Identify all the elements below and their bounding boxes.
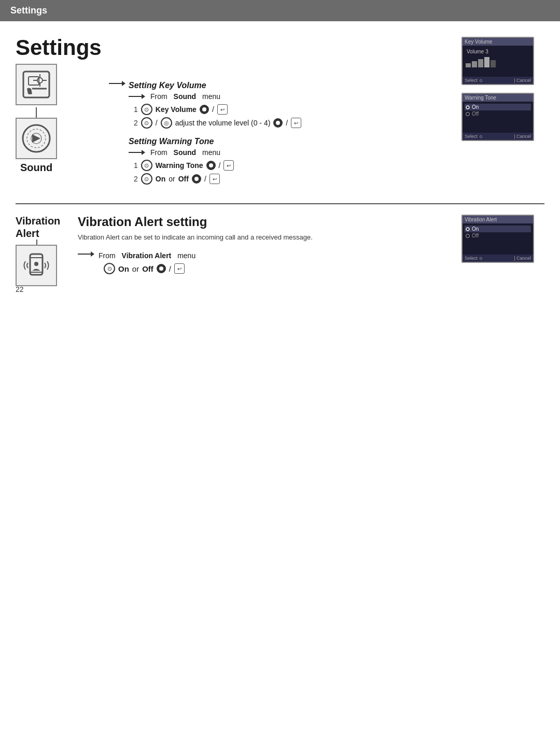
radio-va-off	[466, 234, 470, 238]
vibration-description: Vibration Alert can be set to indicate a…	[78, 233, 461, 241]
volume-bar-2	[472, 61, 477, 67]
vibration-on-label: On	[118, 264, 129, 273]
radio-va-on	[466, 227, 470, 231]
sound-instructions-area: Setting Key Volume From Sound menu 1 ⊙ K…	[109, 37, 461, 193]
vibration-screen-area: Vibration Alert On Off Select ⊙ |	[461, 215, 544, 288]
vibration-off-text: Off	[472, 233, 479, 238]
vibration-arrow	[78, 251, 94, 257]
back-icon-kv2: ↩	[291, 118, 301, 128]
nav-icon-wt2: ⊙	[141, 173, 152, 185]
key-volume-step2: 2 ⊙ / ◎ adjust the volume level (0 - 4) …	[134, 117, 461, 129]
key-volume-arrow	[129, 94, 145, 99]
vibration-alert-screen: Vibration Alert On Off Select ⊙ |	[461, 215, 534, 263]
sound-section-label: Sound	[20, 161, 52, 174]
svg-marker-11	[32, 134, 40, 143]
volume-bar-5	[491, 60, 496, 67]
vibration-screen-title: Vibration Alert	[463, 216, 533, 223]
va-select-label: Select ⊙	[465, 256, 483, 261]
volume-label: Volume 3	[465, 48, 531, 55]
vibration-step: ⊙ On or Off / ↩	[99, 263, 195, 274]
top-section: Settings	[16, 37, 544, 193]
vibration-on-text: On	[472, 226, 479, 232]
phone-screens-area: Key Volume Volume 3 Select ⊙ | Cancel	[461, 37, 544, 193]
sound-instruction-blocks: Setting Key Volume From Sound menu 1 ⊙ K…	[129, 81, 461, 193]
nav-icon-kv2a: ⊙	[141, 117, 152, 129]
volume-bar-4	[484, 57, 489, 67]
warning-tone-step1-label: Warning Tone	[156, 161, 203, 170]
wt-cancel-label: | Cancel	[514, 134, 531, 139]
select-btn-kv2	[273, 118, 283, 128]
key-volume-block: Setting Key Volume From Sound menu 1 ⊙ K…	[129, 81, 461, 129]
select-btn-wt1	[206, 161, 216, 170]
warning-tone-screen-title: Warning Tone	[463, 94, 533, 102]
warning-tone-screen-footer: Select ⊙ | Cancel	[463, 133, 533, 140]
warning-tone-step1: 1 ⊙ Warning Tone / ↩	[134, 160, 461, 171]
header-bar: Settings	[0, 0, 560, 21]
key-volume-step1-label: Key Volume	[156, 105, 197, 114]
key-volume-screen-title: Key Volume	[463, 38, 533, 46]
radio-on	[466, 105, 470, 109]
key-volume-from-menu: From Sound menu	[129, 92, 461, 101]
back-icon-kv1: ↩	[217, 104, 228, 115]
back-icon-wt2: ↩	[209, 174, 220, 184]
sound-icon	[21, 123, 52, 154]
from-text-va: From	[99, 251, 116, 260]
warning-tone-on-text: On	[472, 104, 479, 110]
warning-tone-off-label: Off	[178, 175, 189, 183]
settings-icon	[21, 69, 52, 100]
settings-icon-area: Sound	[16, 64, 57, 174]
warning-tone-on-label: On	[156, 175, 165, 183]
warning-tone-from-menu: From Sound menu	[129, 148, 461, 157]
select-btn-wt2	[192, 174, 201, 184]
back-icon-va: ↩	[174, 263, 185, 274]
vibration-steps-row: From Vibration Alert menu ⊙ On or Off / …	[78, 251, 461, 274]
volume-bar-3	[478, 59, 483, 67]
kv-select-label: Select ⊙	[465, 78, 483, 83]
warning-tone-steps: 1 ⊙ Warning Tone / ↩ 2 ⊙ On	[129, 160, 461, 185]
menu-name-va: Vibration Alert	[122, 251, 172, 260]
key-volume-screen-body: Volume 3	[463, 46, 533, 77]
from-text-wt: From	[150, 148, 167, 157]
main-content: Settings	[0, 21, 560, 304]
settings-icon-box	[16, 64, 57, 105]
vibration-steps-area: From Vibration Alert menu ⊙ On or Off / …	[99, 251, 195, 274]
va-cancel-label: | Cancel	[514, 256, 531, 261]
menu-suffix-kv: menu	[202, 92, 220, 101]
header-title: Settings	[10, 5, 47, 16]
warning-tone-step2: 2 ⊙ On or Off / ↩	[134, 173, 461, 185]
sound-arrow-row: Setting Key Volume From Sound menu 1 ⊙ K…	[109, 81, 461, 193]
nav-icon-kv2b: ◎	[161, 117, 172, 129]
key-volume-heading: Setting Key Volume	[129, 81, 461, 90]
select-btn-va	[157, 264, 166, 273]
select-btn-kv1	[200, 105, 209, 114]
radio-off	[466, 112, 470, 116]
warning-tone-screen-body: On Off	[463, 102, 533, 133]
vibration-icon-box	[16, 245, 57, 286]
vibration-label: Vibration Alert	[16, 215, 78, 240]
top-left-area: Settings	[16, 37, 109, 193]
nav-icon-va: ⊙	[104, 263, 115, 274]
vibration-instructions: Vibration Alert setting Vibration Alert …	[78, 215, 461, 288]
sound-arrow	[109, 81, 125, 86]
vibration-screen-body: On Off	[463, 223, 533, 255]
warning-tone-block: Setting Warning Tone From Sound menu 1 ⊙…	[129, 137, 461, 185]
menu-name-kv: Sound	[174, 92, 197, 101]
vibration-off-item: Off	[465, 232, 531, 239]
vibration-screen-footer: Select ⊙ | Cancel	[463, 255, 533, 262]
menu-name-wt: Sound	[174, 148, 197, 157]
menu-suffix-wt: menu	[202, 148, 220, 157]
vibration-off-label: Off	[142, 264, 153, 273]
warning-tone-arrow	[129, 150, 145, 155]
key-volume-step2-label: adjust the volume level (0 - 4)	[175, 119, 271, 127]
warning-tone-screen: Warning Tone On Off Select ⊙ | Cancel	[461, 93, 534, 141]
vibration-section: Vibration Alert	[16, 203, 544, 288]
key-volume-screen: Key Volume Volume 3 Select ⊙ | Cancel	[461, 37, 534, 85]
menu-suffix-va: menu	[177, 251, 195, 260]
vibration-row: Vibration Alert	[16, 215, 544, 288]
nav-icon-kv1: ⊙	[141, 104, 152, 115]
vibration-from-menu: From Vibration Alert menu	[99, 251, 195, 260]
from-text-kv: From	[150, 92, 167, 101]
key-volume-screen-footer: Select ⊙ | Cancel	[463, 77, 533, 84]
key-volume-steps: 1 ⊙ Key Volume / ↩ 2 ⊙ /	[129, 104, 461, 129]
page-title: Settings	[16, 37, 109, 59]
